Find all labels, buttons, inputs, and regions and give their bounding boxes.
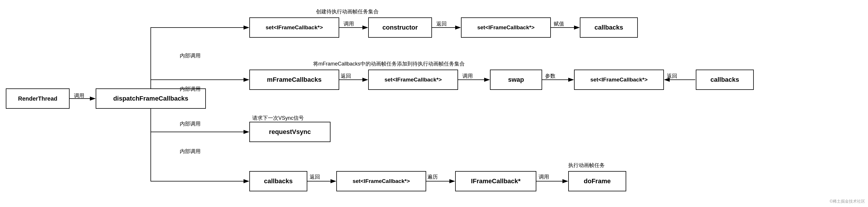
box-set2: set<IFrameCallback*> [461,18,551,38]
box-set1: set<IFrameCallback*> [249,18,339,38]
watermark: ©稀土掘金技术社区 [830,199,865,204]
box-callbacks3: callbacks [249,171,307,191]
diagram: RenderThread dispatchFrameCallbacks set<… [0,0,868,207]
annotation-1: 创建待执行动画帧任务集合 [316,8,379,15]
annotation-3: 请求下一次VSync信号 [252,115,304,121]
label-call-4: 调用 [539,173,549,180]
label-internal-call-4: 内部调用 [180,148,200,155]
label-traverse: 遍历 [427,173,438,180]
label-internal-call-3: 内部调用 [180,120,200,127]
box-constructor: constructor [368,18,432,38]
label-return-3: 返回 [667,72,677,80]
label-internal-call-2: 内部调用 [180,86,200,92]
box-iframecallback: IFrameCallback* [455,171,536,191]
label-call-3: 调用 [462,72,473,80]
label-call-1: 调用 [74,92,84,99]
box-doframe: doFrame [568,171,626,191]
box-callbacks2: callbacks [696,69,754,90]
label-param: 参数 [545,72,556,80]
label-call-2: 调用 [344,20,354,27]
box-swap: swap [490,69,542,90]
annotation-4: 执行动画帧任务 [568,162,605,169]
box-mframecallbacks: mFrameCallbacks [249,69,339,90]
label-return-4: 返回 [310,173,320,180]
box-set3: set<IFrameCallback*> [368,69,458,90]
box-callbacks1: callbacks [580,18,638,38]
box-set5: set<IFrameCallback*> [336,171,426,191]
label-assign-1: 赋值 [554,20,564,27]
box-renderthread: RenderThread [6,88,69,109]
annotation-2: 将mFrameCallbacks中的动画帧任务添加到待执行动画帧任务集合 [313,60,465,67]
box-requestvsync: requestVsync [249,122,331,142]
box-set4: set<IFrameCallback*> [574,69,664,90]
label-return-2: 返回 [341,72,351,80]
label-internal-call-1: 内部调用 [180,52,200,59]
label-return-1: 返回 [436,20,447,27]
